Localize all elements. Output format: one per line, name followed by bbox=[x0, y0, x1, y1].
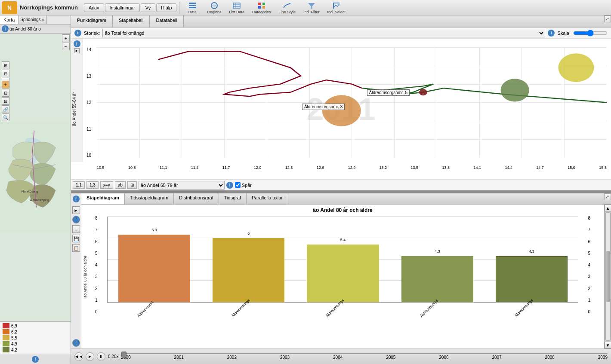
scatter-arrow-btn[interactable]: ► bbox=[74, 48, 80, 53]
x-axis-info: i bbox=[226, 182, 233, 189]
tab-tidsgraf[interactable]: Tidsgraf bbox=[219, 193, 247, 204]
bottom-ctrl-down[interactable]: ↓ bbox=[72, 225, 80, 233]
zoom-in-btn[interactable]: + bbox=[62, 34, 70, 42]
bottom-ctrl-info[interactable]: i bbox=[72, 216, 80, 223]
toolbar: N Norrköpings kommun Arkiv Inställningar… bbox=[0, 0, 611, 15]
timeline-thumb[interactable] bbox=[121, 352, 127, 358]
tab-parallella-axlar[interactable]: Parallella axlar bbox=[247, 193, 288, 204]
bar-3-group: 5.4 Äldreomsorgs bbox=[298, 217, 388, 302]
svg-text:Ä.söderköping: Ä.söderköping bbox=[30, 199, 49, 202]
data-tool[interactable]: Data bbox=[182, 0, 203, 15]
bottom-info-btn[interactable]: i bbox=[71, 193, 81, 205]
regions-tool[interactable]: Regions bbox=[204, 0, 225, 15]
scatter-tool-11[interactable]: 1:1 bbox=[73, 181, 85, 189]
map-area[interactable]: + − ▲ ◄ ► ▼ ⊞ ⊟ bbox=[0, 34, 71, 321]
timeline-track[interactable] bbox=[121, 353, 608, 354]
tab-punktdiagram[interactable]: Punktdiagram bbox=[71, 15, 113, 27]
data-icon bbox=[187, 1, 197, 10]
pause-btn[interactable]: ⏸ bbox=[97, 352, 105, 361]
map-bottom-info[interactable]: i bbox=[32, 356, 39, 363]
bar-1-value: 6.3 bbox=[151, 228, 157, 232]
map-tool-b[interactable]: ⊟ bbox=[2, 97, 9, 105]
svg-point-19 bbox=[558, 53, 594, 82]
menu-hjalp[interactable]: Hjälp bbox=[156, 3, 176, 12]
ind-filter-tool[interactable]: Ind. Filter bbox=[300, 0, 323, 15]
tab-stapeldiagram[interactable]: Stapeldiagram bbox=[81, 193, 125, 204]
zoom-tool-2[interactable]: ⊟ bbox=[2, 70, 9, 77]
bottom-ctrl-play[interactable]: ► bbox=[72, 206, 80, 214]
size-info-btn[interactable]: i bbox=[74, 30, 81, 37]
bar-2-value: 6 bbox=[247, 231, 250, 236]
legend-item-5: 4,2 bbox=[1, 347, 70, 353]
map-bottom-bar: i bbox=[0, 354, 71, 364]
bottom-tab-actions: ⤢ bbox=[604, 193, 611, 204]
map-tool-c[interactable]: 🔗 bbox=[2, 105, 9, 113]
bottom-ctrl-help[interactable]: i bbox=[72, 339, 80, 347]
scatter-tool-13[interactable]: 1,3 bbox=[86, 181, 99, 189]
bar-1[interactable] bbox=[118, 235, 190, 302]
menu-installningar[interactable]: Inställningar bbox=[105, 3, 140, 12]
bar-y-axis: 8 7 6 5 4 3 2 1 0 bbox=[95, 216, 98, 314]
ind-select-icon bbox=[331, 1, 342, 10]
bar-1-group: 6.3 Äldreomsort bbox=[109, 217, 199, 302]
svg-point-18 bbox=[501, 79, 529, 101]
bottom-ctrl-save[interactable]: 💾 bbox=[72, 235, 80, 242]
speed-label: 0.20x bbox=[108, 354, 118, 359]
bar-5[interactable] bbox=[496, 256, 568, 302]
scroll-up-btn[interactable]: ▲ bbox=[605, 205, 611, 211]
zoom-out-btn[interactable]: − bbox=[62, 43, 70, 50]
scatter-tool-ab[interactable]: ab bbox=[115, 181, 126, 189]
bar-y-label: äo Andel 80 år och äldre bbox=[83, 256, 87, 298]
bar-1-label: Äldreomsort bbox=[136, 300, 154, 318]
tab-tidsstapeldiagram[interactable]: Tidsstapeldiagram bbox=[125, 193, 174, 204]
tab-stapeltabell[interactable]: Stapeltabell bbox=[113, 15, 150, 27]
bar-chart-title: äo Andel 80 år och äldre bbox=[103, 207, 583, 213]
scroll-track[interactable] bbox=[605, 212, 611, 341]
ind-select-tool[interactable]: Ind. Select bbox=[324, 0, 349, 15]
play-btn[interactable]: ► bbox=[86, 352, 94, 361]
scatter-svg bbox=[97, 47, 607, 158]
menu-vy[interactable]: Vy bbox=[141, 3, 155, 12]
map-tool-d[interactable]: 🔍 bbox=[2, 113, 9, 121]
chart-expand-btn[interactable]: ⤢ bbox=[604, 15, 611, 22]
tab-datatabell[interactable]: Datatabell bbox=[150, 15, 184, 27]
bottom-ctrl-copy[interactable]: 📋 bbox=[72, 244, 80, 252]
scroll-down-btn[interactable]: ▼ bbox=[605, 342, 611, 349]
timeline-area: 2000 2001 2002 2003 2004 2005 2006 2007 … bbox=[121, 353, 608, 360]
app-title: Norrköpings kommun bbox=[20, 4, 78, 11]
bar-5-value: 4.3 bbox=[529, 249, 534, 254]
scatter-info-btn[interactable]: i bbox=[74, 40, 80, 47]
bar-2-group: 6 Äldreomsorgs bbox=[204, 217, 293, 302]
menu-arkiv[interactable]: Arkiv bbox=[84, 3, 104, 12]
bar-3[interactable] bbox=[307, 245, 379, 302]
map-info-btn[interactable]: i bbox=[2, 25, 9, 32]
chart-tabs: Punktdiagram Stapeltabell Datatabell ⤢ bbox=[71, 15, 611, 28]
right-scrollbar: ▲ ▼ bbox=[604, 205, 611, 349]
bottom-expand-btn[interactable]: ⤢ bbox=[604, 193, 611, 200]
map-tool-a[interactable]: ⊡ bbox=[2, 89, 9, 97]
bar-4[interactable] bbox=[401, 256, 473, 302]
size-select[interactable]: äo Total folkmängd bbox=[102, 29, 545, 37]
scale-slider[interactable] bbox=[573, 30, 608, 37]
bottom-left-controls: ► i ↓ 💾 📋 i bbox=[71, 205, 81, 349]
x-axis-select[interactable]: äo Andel 65-79 år bbox=[139, 181, 225, 190]
tab-distributionsgraf[interactable]: Distributionsgraf bbox=[174, 193, 219, 204]
legend-item-2: 6,2 bbox=[1, 329, 70, 335]
line-style-tool[interactable]: Line Style bbox=[275, 0, 299, 15]
bar-2[interactable] bbox=[213, 238, 284, 302]
scatter-tool-xy[interactable]: x=y bbox=[100, 181, 113, 189]
scatter-tool-grid[interactable]: ⊞ bbox=[127, 181, 137, 189]
tab-spridnings[interactable]: Spridnings ⊞ bbox=[19, 15, 47, 24]
tab-karta[interactable]: Karta bbox=[0, 15, 19, 24]
svg-rect-4 bbox=[233, 3, 240, 8]
zoom-tool-1[interactable]: ⊞ bbox=[2, 61, 9, 69]
spar-checkbox[interactable] bbox=[235, 182, 241, 188]
list-data-tool[interactable]: List Data bbox=[225, 0, 248, 15]
map-select-tool[interactable]: ⌖ bbox=[2, 81, 9, 89]
legend-item-3: 5,5 bbox=[1, 335, 70, 341]
scroll-thumb[interactable] bbox=[606, 251, 610, 302]
play-back-btn[interactable]: ◄◄ bbox=[74, 352, 83, 361]
categories-tool[interactable]: Categories bbox=[249, 0, 275, 15]
svg-rect-9 bbox=[262, 3, 265, 5]
left-panel: Karta Spridnings ⊞ i äo Andel 80 år o + … bbox=[0, 15, 71, 364]
